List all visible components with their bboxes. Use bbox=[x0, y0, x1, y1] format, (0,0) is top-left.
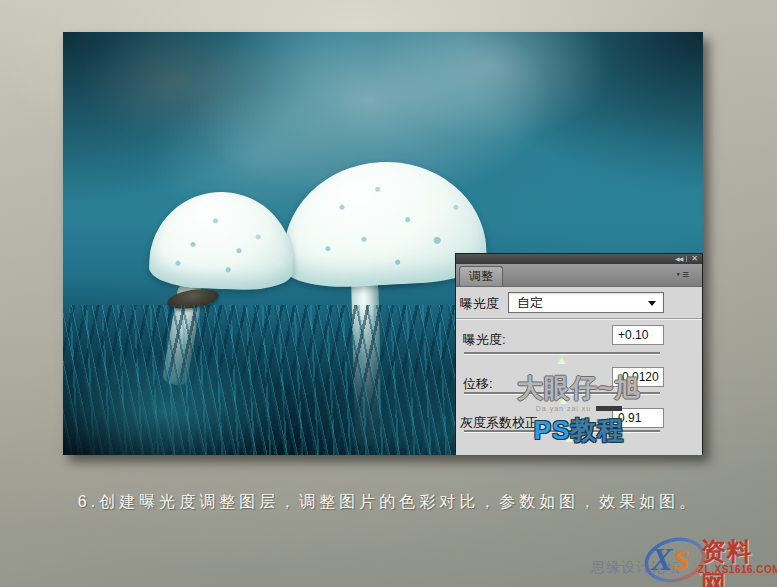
exposure-label: 曝光度: bbox=[463, 331, 506, 349]
panel-content: 曝光度 自定 曝光度: +0.10 位移: -0.0120 灰度系数校正: bbox=[456, 287, 702, 455]
preset-dropdown-value: 自定 bbox=[517, 294, 543, 312]
exposure-value-field[interactable]: +0.10 bbox=[612, 325, 664, 345]
panel-menu-icon[interactable]: ▼ ≡ bbox=[676, 269, 689, 280]
brand-name: 资料网 bbox=[701, 535, 777, 587]
site-watermark: 思缘设计论坛 www. X S 资料网 ZL.XS1616.COM bbox=[585, 533, 777, 587]
offset-slider-marker[interactable] bbox=[558, 395, 569, 404]
menu-lines-icon: ≡ bbox=[683, 269, 689, 280]
offset-slider[interactable] bbox=[464, 392, 660, 394]
titlebar-divider bbox=[686, 256, 687, 262]
panel-titlebar: ◀◀ ✕ bbox=[456, 254, 702, 264]
adjustments-panel: ◀◀ ✕ 调整 ▼ ≡ 曝光度 自定 曝光度: +0.10 bbox=[455, 253, 703, 453]
left-mushroom-cap bbox=[148, 190, 295, 292]
exposure-value: +0.10 bbox=[618, 328, 648, 342]
exposure-slider[interactable] bbox=[464, 352, 660, 354]
brand-url: ZL.XS1616.COM bbox=[698, 564, 777, 575]
gamma-slider[interactable] bbox=[464, 430, 660, 432]
exposure-preset-label: 曝光度 bbox=[460, 295, 499, 313]
close-icon[interactable]: ✕ bbox=[691, 255, 698, 263]
offset-value: -0.0120 bbox=[618, 370, 659, 384]
exposure-slider-marker[interactable] bbox=[556, 355, 567, 364]
panel-divider bbox=[456, 318, 702, 320]
menu-arrow-icon: ▼ bbox=[676, 272, 681, 277]
gamma-value-field[interactable]: 0.91 bbox=[612, 408, 664, 428]
panel-tab-row: 调整 ▼ ≡ bbox=[456, 264, 702, 287]
xs-logo: X S bbox=[643, 535, 707, 585]
tab-adjustments[interactable]: 调整 bbox=[459, 266, 503, 286]
offset-label: 位移: bbox=[463, 375, 493, 393]
logo-letter-s: S bbox=[673, 543, 690, 577]
logo-letter-x: X bbox=[651, 541, 672, 578]
preset-dropdown[interactable]: 自定 bbox=[508, 292, 664, 313]
offset-value-field[interactable]: -0.0120 bbox=[612, 367, 664, 387]
gamma-value: 0.91 bbox=[618, 411, 641, 425]
step-caption: 6.创建曝光度调整图层，调整图片的色彩对比，参数如图，效果如图。 bbox=[0, 492, 777, 513]
collapse-to-icons-icon[interactable]: ◀◀ bbox=[675, 256, 682, 262]
gamma-slider-marker[interactable] bbox=[564, 433, 575, 442]
dropdown-arrow-icon bbox=[648, 301, 656, 306]
tutorial-page: ◀◀ ✕ 调整 ▼ ≡ 曝光度 自定 曝光度: +0.10 bbox=[0, 0, 777, 587]
